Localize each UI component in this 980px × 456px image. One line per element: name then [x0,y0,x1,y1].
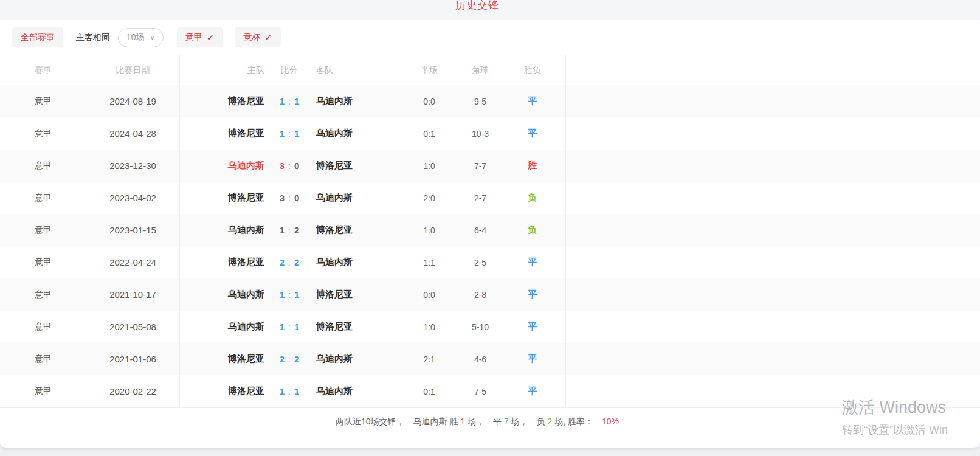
table-row: 意甲 2024-08-19 博洛尼亚 1 : 1 乌迪内斯 0:0 9-5 平 [0,85,980,117]
summary-segment: 1 [460,416,465,426]
row-home-team: 乌迪内斯 [228,321,264,333]
row-home-goals: 1 [280,289,285,300]
header-corners: 角球 [461,55,499,85]
header-home-team: 主队 [180,55,264,85]
row-home-goals: 1 [280,128,285,139]
row-date: 2024-08-19 [86,85,180,117]
row-league: 意甲 [0,375,86,407]
header-date: 比赛日期 [86,55,180,85]
row-away-goals: 1 [294,386,299,396]
row-league: 意甲 [0,246,86,278]
head-to-head-card: 全部赛事 主客相同 10场 ∨ 意甲 ✓ 意杯 ✓ 赛事 比赛日期 主队 比分 … [0,20,980,448]
row-away-team: 博洛尼亚 [316,160,353,171]
header-result: 胜负 [499,55,566,85]
summary-segment: 平 [493,416,504,427]
row-away-team: 博洛尼亚 [316,224,353,236]
row-away-goals: 2 [294,257,299,268]
row-away-team: 乌迪内斯 [316,385,353,397]
row-away-goals: 1 [294,128,299,139]
chevron-down-icon: ∨ [150,34,155,41]
row-away-goals: 1 [294,96,299,106]
row-corners: 2-5 [461,246,499,278]
row-half-time: 1:1 [397,246,461,278]
row-away-team: 乌迪内斯 [316,95,353,107]
table-header-row: 赛事 比赛日期 主队 比分 客队 半场 角球 胜负 [0,55,980,85]
page-title: 历史交锋 [455,0,499,12]
row-date: 2022-04-24 [86,246,180,278]
head-to-head-page: { "page": { "title": "历史交锋" }, "filters"… [0,0,980,456]
row-away-goals: 0 [294,193,299,203]
row-league: 意甲 [0,182,86,214]
table-row: 意甲 2021-05-08 乌迪内斯 1 : 1 博洛尼亚 1:0 5-10 平 [0,311,980,343]
header-away-team: 客队 [314,55,397,85]
row-away-goals: 1 [294,289,299,300]
row-league: 意甲 [0,311,86,343]
row-home-goals: 3 [280,161,285,171]
row-away-team: 乌迪内斯 [316,192,353,204]
score-colon: : [288,258,291,268]
row-corners: 6-4 [461,214,499,246]
row-half-time: 0:1 [397,117,461,150]
row-away-goals: 2 [294,225,299,235]
row-result-badge: 平 [528,95,537,107]
row-result-badge: 平 [528,385,537,397]
row-half-time: 2:0 [397,182,461,214]
row-home-team: 博洛尼亚 [228,385,264,397]
row-away-team: 博洛尼亚 [316,289,353,300]
coppa-italia-filter-button[interactable]: 意杯 ✓ [235,27,281,47]
table-row: 意甲 2023-01-15 乌迪内斯 1 : 2 博洛尼亚 1:0 6-4 负 [0,214,980,246]
row-half-time: 0:0 [397,278,461,311]
score-colon: : [288,387,291,396]
row-date: 2021-01-06 [86,343,180,375]
row-date: 2023-01-15 [86,214,180,246]
row-score: 2 : 2 [264,343,314,375]
row-home-goals: 1 [280,225,285,235]
serie-a-filter-label: 意甲 [185,32,202,43]
row-away-team: 博洛尼亚 [316,321,353,333]
summary-segment: 乌迪内斯 胜 [413,416,461,427]
row-corners: 9-5 [461,85,499,117]
all-matches-filter-button[interactable]: 全部赛事 [12,27,63,47]
filter-bar: 全部赛事 主客相同 10场 ∨ 意甲 ✓ 意杯 ✓ [0,20,980,55]
row-corners: 7-7 [461,150,499,182]
row-away-goals: 1 [294,322,299,332]
row-league: 意甲 [0,343,86,375]
score-colon: : [288,354,291,364]
row-league: 意甲 [0,214,86,246]
summary-segment: 场， [509,416,537,427]
row-home-team: 博洛尼亚 [228,257,264,268]
row-date: 2020-02-22 [86,375,180,407]
same-home-away-filter[interactable]: 主客相同 [76,32,110,43]
row-score: 1 : 1 [264,278,314,311]
score-colon: : [288,193,291,203]
row-home-team: 乌迪内斯 [228,160,264,171]
row-result-badge: 平 [528,257,537,268]
row-result-badge: 平 [528,321,537,333]
table-row: 意甲 2023-12-30 乌迪内斯 3 : 0 博洛尼亚 1:0 7-7 胜 [0,150,980,182]
row-away-goals: 2 [294,354,299,364]
row-score: 1 : 2 [264,214,314,246]
row-date: 2024-04-28 [86,117,180,150]
row-result-badge: 平 [528,289,537,300]
row-home-goals: 1 [280,386,285,396]
header-half-time: 半场 [397,55,461,85]
check-icon: ✓ [207,33,215,42]
row-home-goals: 3 [280,193,285,203]
row-league: 意甲 [0,85,86,117]
row-away-team: 乌迪内斯 [316,257,353,268]
row-corners: 10-3 [461,117,499,150]
row-home-team: 博洛尼亚 [228,353,264,365]
match-count-dropdown[interactable]: 10场 ∨ [118,28,164,47]
row-date: 2021-10-17 [86,278,180,311]
check-icon: ✓ [264,33,272,42]
summary-segment: 负 [537,416,548,427]
row-corners: 2-8 [461,278,499,311]
row-away-team: 乌迪内斯 [316,353,353,365]
summary-segment: 胜率： [568,416,602,427]
row-result-badge: 负 [528,224,537,236]
serie-a-filter-button[interactable]: 意甲 ✓ [177,27,223,47]
table-row: 意甲 2021-10-17 乌迪内斯 1 : 1 博洛尼亚 0:0 2-8 平 [0,278,980,311]
row-corners: 5-10 [461,311,499,343]
summary-segment: 场， [465,416,493,427]
score-colon: : [288,226,291,235]
